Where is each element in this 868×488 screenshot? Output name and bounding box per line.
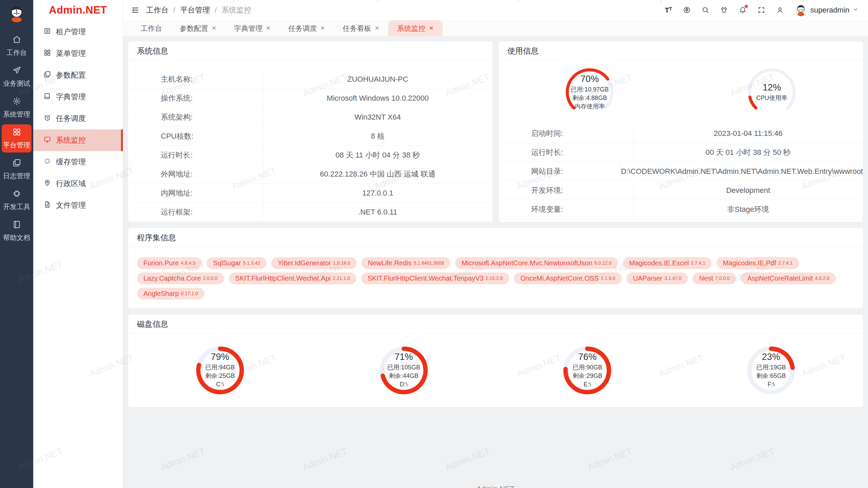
assembly-tag: NewLife.Redis5.1.8401.5009 [361, 257, 450, 269]
info-value: ZUOHUAIJUN-PC [263, 70, 493, 88]
sidebar-item-缓存管理[interactable]: 缓存管理 [33, 151, 123, 173]
tag-version: 0.17.1.0 [181, 291, 198, 296]
rail-item-开发工具[interactable]: 开发工具 [2, 186, 32, 214]
breadcrumb-item[interactable]: 平台管理 [180, 5, 210, 15]
sidebar-item-系统监控[interactable]: 系统监控 [33, 129, 123, 151]
info-value: 127.0.0.1 [263, 184, 493, 202]
tag-name: Yitter.IdGenerator [278, 259, 331, 267]
tag-version: 2.21.1.0 [333, 276, 350, 281]
rail-item-系统管理[interactable]: 系统管理 [2, 94, 32, 122]
donut-line: E:\ [584, 380, 591, 389]
donut-text: 76%已用:90GB剩余:29GBE:\ [562, 345, 613, 396]
tab-close-icon[interactable]: ✕ [266, 25, 271, 31]
disk-gauge-e: 76%已用:90GB剩余:29GBE:\ [562, 345, 613, 396]
sidebar-item-文件管理[interactable]: 文件管理 [33, 195, 123, 216]
sidebar-item-label: 任务调度 [56, 114, 86, 124]
rail-item-工作台[interactable]: 工作台 [2, 32, 32, 60]
cpu-usage-gauge: 12%CPU使用率 [746, 67, 797, 118]
tag-version: 2.7.4.1 [691, 260, 705, 266]
rail-item-业务测试[interactable]: 业务测试 [2, 63, 32, 91]
loading-icon [43, 157, 51, 167]
tab-系统监控[interactable]: 系统监控✕ [388, 20, 442, 36]
donut-line: 已用:19GB [756, 363, 786, 372]
tab-close-icon[interactable]: ✕ [429, 25, 434, 31]
tab-工作台[interactable]: 工作台 [132, 20, 171, 36]
fullscreen-icon[interactable] [757, 6, 765, 14]
donut-line: 已用:10.97GB [571, 85, 609, 94]
donut-line: 内存使用率 [574, 102, 605, 111]
info-label: 运行框架: [128, 203, 263, 221]
tab-label: 字典管理 [234, 24, 262, 33]
theme-shirt-icon[interactable] [720, 6, 728, 14]
tag-version: 5.1.8401.5009 [414, 260, 444, 266]
main-area: 工作台/平台管理/系统监控 TT [123, 0, 868, 488]
notification-bell-icon[interactable] [739, 6, 747, 14]
alarm-icon [43, 114, 51, 124]
tag-version: 5.1.3.42 [243, 260, 260, 266]
info-value: D:\CODEWORK\Admin.NET\Admin.NET\Admin.NE… [621, 162, 863, 181]
language-icon[interactable] [683, 6, 691, 14]
tag-name: Nest [699, 274, 713, 282]
app-mascot-logo[interactable] [7, 4, 26, 24]
donut-line: 剩余:44GB [389, 372, 418, 380]
tab-label: 参数配置 [180, 24, 208, 33]
rail-item-平台管理[interactable]: 平台管理 [2, 124, 32, 152]
tab-任务调度[interactable]: 任务调度✕ [280, 20, 334, 36]
rail-item-label: 帮助文档 [3, 233, 30, 242]
usage-gauges: 70%已用:10.97GB剩余:4.88GB内存使用率 12%CPU使用率 [499, 60, 863, 124]
info-value: 非Stage环境 [633, 200, 863, 219]
tag-name: Lazy.Captcha.Core [143, 274, 201, 282]
tag-name: SKIT.FlurlHttpClient.Wechat.TenpayV3 [368, 274, 484, 282]
info-label: 操作系统: [128, 89, 263, 107]
sidebar-item-任务调度[interactable]: 任务调度 [33, 108, 123, 129]
donut-line: C:\ [216, 380, 224, 389]
tab-close-icon[interactable]: ✕ [212, 25, 216, 31]
sidebar-item-菜单管理[interactable]: 菜单管理 [33, 43, 123, 64]
donut-line: F:\ [768, 380, 775, 389]
usage-info-card: 使用信息 70%已用:10.97GB剩余:4.88GB内存使用率 12%CPU使… [498, 41, 864, 222]
info-label: 内网地址: [128, 184, 263, 202]
donut-line: 已用:105GB [387, 363, 420, 372]
assembly-tag: Lazy.Captcha.Core2.0.0.0 [137, 272, 224, 284]
tab-label: 系统监控 [397, 24, 426, 33]
assembly-tag: Magicodes.IE.Excel2.7.4.1 [623, 257, 712, 269]
card-title: 系统信息 [128, 41, 493, 60]
card-title: 程序集信息 [128, 228, 863, 247]
search-icon[interactable] [702, 6, 709, 14]
sidebar-item-参数配置[interactable]: 参数配置 [33, 64, 123, 86]
tag-version: 7.0.0.0 [715, 276, 730, 281]
sidebar-item-字典管理[interactable]: 字典管理 [33, 86, 123, 108]
tag-version: 3.1.47.0 [664, 276, 682, 281]
donut-percent: 71% [395, 352, 413, 362]
rail-item-日志管理[interactable]: 日志管理 [2, 155, 32, 183]
tag-name: Furion.Pure [143, 259, 179, 267]
secondary-sidebar: Admin.NET 租户管理菜单管理参数配置字典管理任务调度系统监控缓存管理行政… [33, 0, 123, 488]
tab-close-icon[interactable]: ✕ [320, 25, 325, 31]
user-menu[interactable]: superadmin [795, 4, 859, 16]
sidebar-item-租户管理[interactable]: 租户管理 [33, 21, 123, 43]
tab-参数配置[interactable]: 参数配置✕ [171, 20, 225, 36]
monitor-icon [43, 136, 51, 145]
collapse-menu-icon[interactable] [131, 6, 139, 14]
font-size-icon[interactable]: TT [665, 6, 672, 14]
tab-label: 任务调度 [289, 24, 317, 33]
rail-item-帮助文档[interactable]: 帮助文档 [2, 217, 32, 245]
donut-text: 23%已用:19GB剩余:65GBF:\ [746, 345, 796, 396]
user-icon[interactable] [776, 6, 784, 14]
info-row: 运行时长:08 天 11 小时 04 分 38 秒 [128, 146, 493, 165]
info-row: 启动时间:2023-01-04 11:15:46 [499, 124, 863, 143]
info-row: 开发环境:Development [499, 181, 863, 200]
tab-任务看板[interactable]: 任务看板✕ [334, 20, 388, 36]
breadcrumb-item[interactable]: 工作台 [146, 5, 169, 15]
sidebar-item-行政区域[interactable]: 行政区域 [33, 173, 123, 195]
info-label: 环境变量: [499, 200, 634, 219]
topbar: 工作台/平台管理/系统监控 TT [123, 0, 868, 20]
breadcrumb-separator: / [215, 6, 217, 15]
tag-name: Magicodes.IE.Pdf [723, 259, 776, 267]
tab-字典管理[interactable]: 字典管理✕ [225, 20, 279, 36]
tag-version: 1.1.9.0 [601, 276, 615, 281]
disk-gauge-c: 79%已用:94GB剩余:25GBC:\ [195, 345, 245, 396]
tag-version: 6.0.12.0 [594, 260, 612, 266]
sidebar-item-label: 缓存管理 [56, 157, 86, 167]
tab-close-icon[interactable]: ✕ [375, 25, 379, 31]
